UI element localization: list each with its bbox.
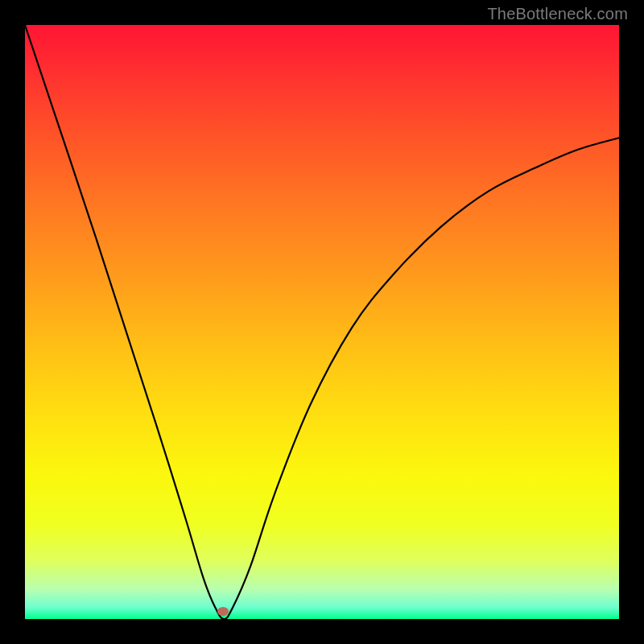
optimum-marker bbox=[217, 607, 229, 616]
curve-layer bbox=[25, 25, 619, 619]
chart-frame: TheBottleneck.com bbox=[0, 0, 644, 644]
plot-area bbox=[25, 25, 619, 619]
watermark-text: TheBottleneck.com bbox=[487, 5, 628, 23]
bottleneck-curve bbox=[25, 25, 619, 619]
